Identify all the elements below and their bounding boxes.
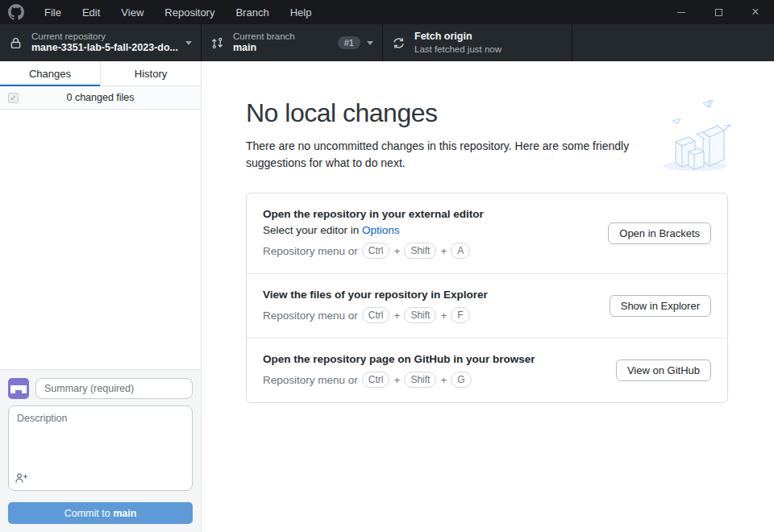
menu-edit[interactable]: Edit [72,0,110,24]
current-branch-value: main [233,42,333,55]
fetch-origin-button[interactable]: Fetch origin Last fetched just now [383,24,572,61]
plus-separator: + [393,374,400,386]
current-repository-label: Current repository [31,31,179,42]
suggestion-show-explorer: View the files of your repository in Exp… [247,273,727,338]
current-repository-button[interactable]: Current repository mane-3351-lab-5-fall-… [0,24,202,61]
plus-separator: + [393,310,400,322]
suggestion-open-editor: Open the repository in your external edi… [247,193,727,273]
menu-repository[interactable]: Repository [154,0,225,24]
page-subtitle: There are no uncommitted changes in this… [246,138,653,172]
suggested-actions: Open the repository in your external edi… [246,193,728,403]
github-logo-icon [8,4,24,20]
suggestion-view-github: Open the repository page on GitHub in yo… [247,338,727,402]
current-branch-button[interactable]: Current branch main #1 [202,24,383,61]
menu-view[interactable]: View [110,0,154,24]
kbd-shift: Shift [404,243,436,259]
minimize-icon [677,12,685,13]
open-in-brackets-button[interactable]: Open in Brackets [608,222,711,244]
close-button[interactable]: × [737,0,774,24]
maximize-button[interactable] [700,0,737,24]
add-coauthor-icon[interactable] [15,472,27,484]
suggestion-shortcut: Repository menu or Ctrl + Shift + G [263,372,603,388]
commit-description-input[interactable] [8,405,193,491]
fetch-origin-title: Fetch origin [414,31,563,44]
suggestion-title: Open the repository page on GitHub in yo… [263,353,603,365]
changed-files-count: 0 changed files [0,92,201,103]
chevron-down-icon [185,41,192,45]
close-icon: × [751,6,759,19]
main-content: No local changes There are no uncommitte… [202,61,774,532]
suggestion-title: View the files of your repository in Exp… [263,289,597,301]
commit-button[interactable]: Commit to main [8,502,193,524]
kbd-shift: Shift [404,372,436,388]
window-controls: × [663,0,774,24]
branch-compare-icon [210,35,225,50]
menu-branch[interactable]: Branch [225,0,279,24]
suggestion-title: Open the repository in your external edi… [263,208,595,220]
current-repository-value: mane-3351-lab-5-fall-2023-do... [31,42,179,55]
title-bar: File Edit View Repository Branch Help × [0,0,774,24]
view-on-github-button[interactable]: View on GitHub [616,360,711,381]
plus-separator: + [440,245,447,257]
options-link[interactable]: Options [362,224,400,236]
toolbar: Current repository mane-3351-lab-5-fall-… [0,24,774,61]
sidebar-tabs: Changes History [0,61,201,86]
tab-history[interactable]: History [100,61,201,85]
changed-files-header: ✓ 0 changed files [0,86,201,110]
user-avatar [8,378,29,399]
current-branch-label: Current branch [233,31,333,42]
kbd-f: F [451,307,469,323]
kbd-ctrl: Ctrl [362,307,390,323]
changes-list-empty [0,110,201,369]
chevron-down-icon [367,41,373,45]
kbd-a: A [451,243,470,259]
kbd-ctrl: Ctrl [362,372,390,388]
show-in-explorer-button[interactable]: Show in Explorer [610,295,711,317]
kbd-ctrl: Ctrl [362,243,390,259]
suggestion-subtitle: Select your editor in Options [263,224,595,236]
kbd-shift: Shift [404,307,436,323]
suggestion-shortcut: Repository menu or Ctrl + Shift + F [263,307,597,323]
suggestion-shortcut: Repository menu or Ctrl + Shift + A [263,243,595,259]
sidebar: Changes History ✓ 0 changed files Commit… [0,61,202,532]
toolbar-empty-space [572,24,774,61]
no-changes-illustration-icon [658,97,732,181]
sync-icon [392,35,406,50]
maximize-icon [715,9,722,16]
plus-separator: + [440,374,447,386]
commit-summary-input[interactable] [35,378,193,399]
fetch-origin-subtitle: Last fetched just now [414,44,563,55]
commit-form: Commit to main [0,369,201,532]
menu-help[interactable]: Help [280,0,322,24]
menu-file[interactable]: File [34,0,72,24]
minimize-button[interactable] [663,0,700,24]
tab-changes[interactable]: Changes [0,61,100,85]
plus-separator: + [393,245,400,257]
lock-icon [9,35,23,50]
plus-separator: + [440,310,447,322]
pull-request-badge: #1 [338,36,360,49]
kbd-g: G [451,372,471,388]
